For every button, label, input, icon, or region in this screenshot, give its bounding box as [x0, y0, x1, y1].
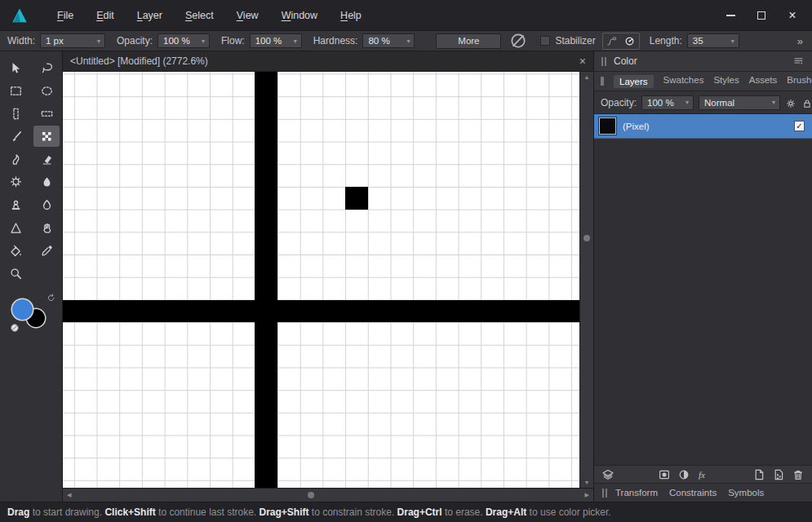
blend-options-gear-icon[interactable]: [785, 97, 796, 108]
layer-list: (Pixel)✓: [594, 114, 812, 139]
new-layer-icon[interactable]: [752, 468, 765, 481]
menu-file[interactable]: File: [46, 10, 85, 21]
toolbar-overflow-chevron[interactable]: »: [796, 35, 805, 47]
scroll-right-icon[interactable]: ▶: [585, 492, 589, 498]
opacity-value: 100 %: [163, 36, 190, 46]
adjustment-layer-icon[interactable]: [677, 468, 690, 481]
stabilizer-checkbox[interactable]: [540, 36, 550, 46]
blend-mode-dropdown[interactable]: Normal ▾: [699, 95, 780, 110]
window-stabilizer-icon[interactable]: [622, 34, 638, 48]
rope-stabilizer-icon[interactable]: [604, 34, 620, 48]
panel-drag-handle[interactable]: [601, 57, 606, 66]
tab-swatches[interactable]: Swatches: [663, 75, 704, 88]
affinity-window: FileEditLayerSelectViewWindowHelp × Widt…: [0, 0, 812, 522]
flood-fill-tool[interactable]: [2, 240, 29, 261]
canvas[interactable]: [63, 72, 579, 488]
vertical-scrollbar[interactable]: ▲ ▼: [579, 72, 593, 488]
hand-tool[interactable]: [33, 217, 60, 238]
scroll-down-icon[interactable]: ▼: [584, 480, 590, 485]
layers-stack-icon[interactable]: [601, 468, 615, 481]
svg-text:fx: fx: [699, 470, 705, 480]
close-document-icon[interactable]: ×: [579, 55, 586, 67]
menu-layer[interactable]: Layer: [126, 10, 174, 21]
layer-opacity-dropdown[interactable]: 100 % ▾: [641, 95, 694, 110]
opacity-label: Opacity:: [117, 35, 153, 46]
layer-visibility-checkbox[interactable]: ✓: [794, 121, 805, 131]
tab-brushes[interactable]: Brushes: [787, 75, 812, 88]
paint-brush-tool[interactable]: [2, 126, 29, 147]
column-marquee-tool[interactable]: [2, 103, 29, 124]
rect-marquee-tool[interactable]: [2, 80, 29, 101]
swap-colors-icon[interactable]: [46, 294, 55, 303]
horizontal-scrollbar[interactable]: ◀ ▶: [63, 488, 593, 502]
tab-transform[interactable]: Transform: [615, 488, 658, 498]
minimize-button[interactable]: [724, 9, 737, 22]
menu-view[interactable]: View: [225, 10, 270, 21]
pixel-tool[interactable]: [33, 126, 60, 147]
affinity-logo-icon[interactable]: [10, 7, 29, 24]
flow-dropdown[interactable]: 100 %▾: [250, 33, 302, 48]
smudge-tool[interactable]: [2, 148, 29, 170]
new-pixel-layer-icon[interactable]: [772, 468, 785, 481]
width-dropdown[interactable]: 1 px▾: [40, 33, 105, 48]
dropdown-caret-icon: ▾: [202, 38, 205, 45]
horizontal-scroll-thumb[interactable]: [308, 492, 314, 498]
flow-label: Flow:: [221, 35, 245, 46]
tools-grid: [0, 57, 62, 284]
panel-drag-handle[interactable]: [601, 77, 604, 86]
tab-styles[interactable]: Styles: [713, 75, 739, 88]
length-dropdown[interactable]: 35 ▾: [687, 33, 739, 48]
blur-tool[interactable]: [33, 194, 60, 215]
dodge-tool[interactable]: [2, 171, 29, 192]
scroll-left-icon[interactable]: ◀: [67, 492, 71, 498]
symmetry-icon[interactable]: [509, 32, 527, 50]
menu-help[interactable]: Help: [329, 10, 373, 21]
opacity-dropdown[interactable]: 100 %▾: [158, 33, 210, 48]
tab-constraints[interactable]: Constraints: [669, 488, 717, 498]
no-color-swatch[interactable]: [10, 323, 20, 333]
mask-layer-icon[interactable]: [658, 468, 671, 481]
tab-assets[interactable]: Assets: [749, 75, 778, 88]
lock-layer-icon[interactable]: [801, 97, 812, 108]
clone-tool[interactable]: [2, 194, 29, 215]
menu-select[interactable]: Select: [174, 10, 225, 21]
ellipse-marquee-tool[interactable]: [33, 80, 60, 101]
stabilizer-label: Stabilizer: [555, 35, 595, 46]
vertical-scroll-thumb[interactable]: [583, 235, 590, 241]
close-button[interactable]: ×: [786, 9, 799, 22]
more-button[interactable]: More: [436, 33, 501, 49]
menu-window[interactable]: Window: [270, 10, 329, 21]
document-tab[interactable]: <Untitled> [Modified] (2772.6%): [70, 55, 208, 67]
tab-symbols[interactable]: Symbols: [728, 488, 764, 498]
painted-pixel-row: [63, 300, 579, 323]
panel-drag-handle[interactable]: [602, 489, 607, 498]
erase-tool[interactable]: [33, 148, 60, 170]
delete-layer-icon[interactable]: [792, 468, 805, 481]
sharpen-tool[interactable]: [2, 217, 29, 238]
maximize-icon: [757, 11, 765, 20]
layer-name: (Pixel): [623, 122, 788, 131]
stabilizer-mode-group: [602, 33, 640, 50]
color-panel-menu-icon[interactable]: [792, 56, 805, 67]
color-picker-tool[interactable]: [33, 240, 60, 261]
freehand-select-tool[interactable]: [33, 57, 60, 78]
status-hint-text: Drag to start drawing. Click+Shift to co…: [7, 507, 611, 518]
dropdown-caret-icon: ▾: [97, 38, 100, 45]
layer-effects-icon[interactable]: fx: [697, 468, 710, 481]
tab-layers[interactable]: Layers: [614, 75, 654, 88]
stroke-color-swatch[interactable]: [12, 299, 33, 320]
document-area: <Untitled> [Modified] (2772.6%) × ▲ ▼ ◀ …: [63, 51, 593, 502]
layers-panel-tabs: LayersSwatchesStylesAssetsBrushes: [594, 72, 812, 91]
hardness-dropdown[interactable]: 80 %▾: [362, 33, 415, 48]
row-marquee-tool[interactable]: [33, 103, 60, 124]
zoom-tool[interactable]: [2, 263, 29, 284]
color-swatches: [10, 297, 55, 336]
maximize-button[interactable]: [755, 9, 768, 22]
layer-thumbnail[interactable]: [599, 117, 616, 135]
menu-edit[interactable]: Edit: [85, 10, 126, 21]
burn-tool[interactable]: [33, 171, 60, 192]
scroll-up-icon[interactable]: ▲: [584, 74, 590, 80]
move-tool[interactable]: [2, 57, 29, 78]
dropdown-caret-icon: ▾: [772, 99, 775, 106]
layer-row[interactable]: (Pixel)✓: [594, 114, 812, 139]
